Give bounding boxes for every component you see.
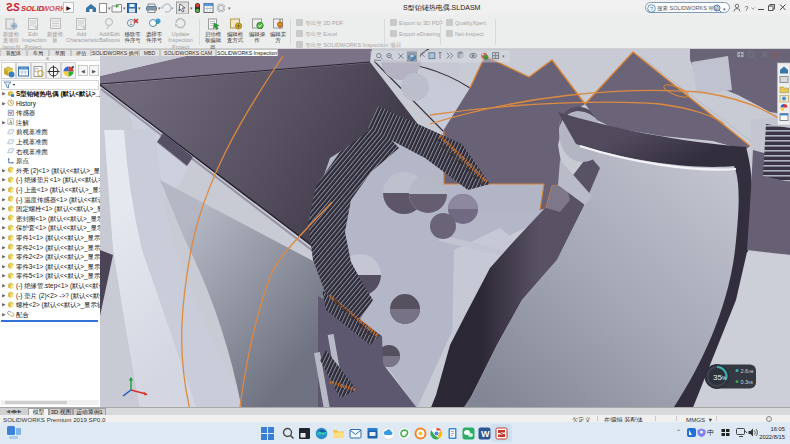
svg-text:▾: ▾ [123, 5, 126, 11]
svg-text:?: ? [650, 6, 654, 12]
svg-text:S: S [6, 2, 13, 13]
svg-text:▾: ▾ [138, 5, 141, 11]
svg-text:▾: ▾ [228, 5, 231, 11]
svg-text:▾: ▾ [171, 5, 174, 11]
svg-text:?: ? [745, 5, 749, 12]
svg-text:▾: ▾ [502, 53, 505, 59]
svg-text:WORKS: WORKS [42, 4, 64, 13]
svg-text:W: W [481, 429, 490, 439]
svg-text:▾: ▾ [158, 5, 161, 11]
svg-text:1: 1 [130, 20, 133, 26]
svg-text:▾: ▾ [108, 5, 111, 11]
svg-text:SOLID: SOLID [21, 4, 45, 13]
svg-text:S: S [13, 2, 20, 13]
svg-text:▾: ▾ [723, 6, 726, 12]
svg-text:A: A [9, 119, 13, 125]
svg-text:▾: ▾ [190, 5, 193, 11]
